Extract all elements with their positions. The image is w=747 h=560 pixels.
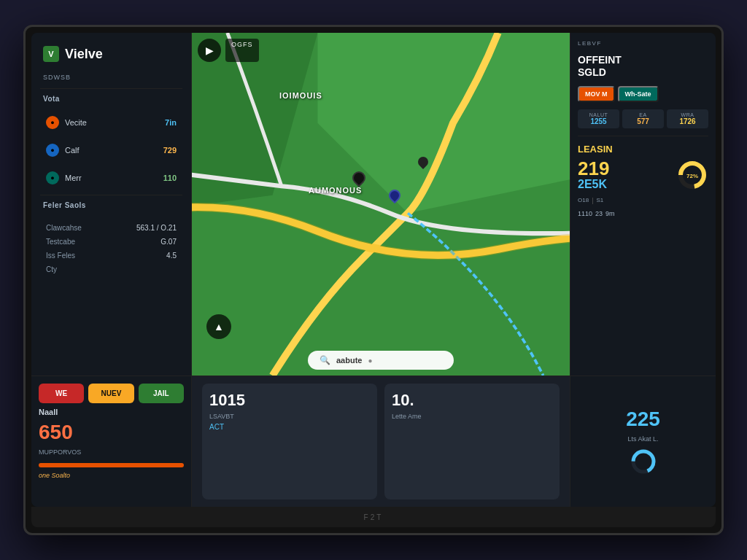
jail-button[interactable]: JAIL (139, 384, 184, 403)
leasing-sub-num: 2E5K (578, 178, 609, 191)
nav-arrow-button[interactable]: ▲ (206, 314, 231, 339)
bc-label-1: LSAVBT (209, 413, 370, 420)
row-sep: | (592, 197, 593, 204)
filter-item-1: Clawcahse 563.1 / O.21 (40, 221, 182, 235)
leasing-title: LEASIN (578, 144, 708, 155)
leasing-ring-chart: 72% (676, 159, 708, 191)
br-ring-icon (629, 447, 658, 476)
filter-label-3: Iss Feles (46, 252, 75, 260)
map-roads-svg (192, 33, 570, 376)
panel-main-title: OFFEINT SGLD (578, 54, 708, 79)
bottom-card-label: MUPPORVOS (39, 448, 184, 456)
merr-icon: ● (46, 171, 59, 184)
metrics-grid: NALUT 1255 EA 577 WRA 1726 (578, 109, 708, 128)
metric-value-0: 1255 (581, 117, 616, 125)
bottom-center-card-2: 10. Lette Ame (384, 384, 560, 499)
leasing-sub-1: O18 (578, 197, 589, 204)
action-buttons: WE NUEV JAIL (39, 384, 184, 403)
metric-value-1: 577 (625, 117, 661, 125)
map-pin-1[interactable] (352, 171, 365, 184)
merr-label: Merr (65, 174, 82, 182)
bottom-card-title: Naall (39, 408, 184, 416)
bottom-right-panel: 225 Lts Akat L. (570, 376, 716, 507)
right-panel: LEBVF OFFEINT SGLD MOV M Wh-Sate NALUT 1… (570, 33, 716, 376)
sidebar-item-vecite[interactable]: ● Vecite 7in (40, 112, 182, 133)
section1-header: Vota (40, 88, 182, 106)
bc-label-2: Lette Ame (392, 413, 552, 420)
calf-label: Calf (65, 146, 80, 155)
orange-progress-bar (39, 463, 184, 467)
bottom-left-panel: WE NUEV JAIL Naall 650 MUPPORVOS one Soa… (31, 376, 192, 507)
panel-divider (578, 136, 708, 136)
metric-ea: EA 577 (622, 109, 664, 128)
map-controls: ▶ OGFS (198, 39, 259, 62)
bottom-center-panel: 1015 LSAVBT ACT 10. Lette Ame (192, 376, 570, 507)
filter-value-3: 4.5 (166, 252, 177, 260)
bottom-stat-3: 9m (605, 210, 615, 217)
metric-nalut: NALUT 1255 (578, 109, 619, 128)
bottom-stats-row: 1110 23 9m (578, 210, 708, 217)
br-number: 225 (626, 408, 660, 431)
map-pin-3[interactable] (418, 157, 428, 167)
leasing-big-num: 219 (578, 159, 609, 178)
action-badges: MOV M Wh-Sate (578, 86, 708, 102)
center-map[interactable]: IOIMOUIS AUMONOUS ▶ OGFS ▲ (192, 33, 570, 376)
filter-label-2: Testcabe (46, 238, 75, 246)
map-background: IOIMOUIS AUMONOUS ▶ OGFS ▲ (192, 33, 570, 376)
bc-num-2: 10. (392, 391, 552, 410)
filter-item-2: Testcabe G.07 (40, 235, 182, 249)
screen: V Vielve SDWSB Vota ● Vecite 7in ● Calf … (31, 33, 716, 507)
monitor-stand: F2T (31, 507, 716, 527)
we-button[interactable]: WE (39, 384, 84, 403)
monitor-brand: F2T (364, 513, 384, 521)
map-search-sub: ● (368, 357, 372, 365)
panel-top-label: LEBVF (578, 40, 708, 50)
wh-sate-button[interactable]: Wh-Sate (618, 86, 659, 102)
sidebar-item-calf[interactable]: ● Calf 729 (40, 139, 182, 161)
play-button[interactable]: ▶ (198, 39, 221, 62)
merr-value: 110 (163, 174, 177, 182)
metric-label-0: NALUT (581, 112, 616, 117)
bottom-stat-1: 1110 (578, 210, 592, 217)
bc-sub-1: ACT (209, 423, 370, 431)
leasing-sub-2: S1 (596, 197, 603, 204)
left-sidebar: V Vielve SDWSB Vota ● Vecite 7in ● Calf … (31, 33, 192, 376)
nuev-button[interactable]: NUEV (88, 384, 133, 403)
app-title-text: Vielve (65, 47, 103, 62)
filter-section: Clawcahse 563.1 / O.21 Testcabe G.07 Iss… (40, 221, 182, 276)
filter-value-1: 563.1 / O.21 (136, 224, 177, 232)
br-label: Lts Akat L. (627, 435, 658, 443)
bottom-desc: one Soalto (39, 472, 184, 479)
map-search-text: aabute (336, 356, 362, 365)
bottom-stat-2: 23 (595, 210, 603, 217)
monitor-frame: V Vielve SDWSB Vota ● Vecite 7in ● Calf … (23, 25, 724, 535)
map-pin-2[interactable] (389, 190, 400, 201)
filter-label-4: Cty (46, 265, 57, 273)
svg-text:72%: 72% (686, 173, 698, 179)
metric-value-2: 1726 (670, 117, 705, 125)
place-label-2: AUMONOUS (309, 186, 362, 195)
sidebar-item-merr[interactable]: ● Merr 110 (40, 167, 182, 189)
filter-label-1: Clawcahse (46, 224, 82, 232)
metric-label-1: EA (625, 112, 661, 117)
place-label-1: IOIMOUIS (279, 91, 322, 100)
calf-icon: ● (46, 144, 59, 157)
filter-item-3: Iss Feles 4.5 (40, 249, 182, 262)
bottom-center-card-1: 1015 LSAVBT ACT (202, 384, 377, 499)
leasing-main-row: 219 2E5K 72% (578, 159, 708, 191)
vecite-label: Vecite (65, 118, 87, 127)
calf-value: 729 (163, 146, 177, 155)
metric-wra: WRA 1726 (667, 109, 708, 128)
mov-button[interactable]: MOV M (578, 86, 615, 102)
bc-num-1: 1015 (209, 391, 370, 410)
bottom-large-num: 650 (39, 421, 184, 444)
app-logo-icon: V (43, 46, 59, 62)
filter-item-4: Cty (40, 262, 182, 276)
leasing-bottom-row: O18 | S1 (578, 197, 708, 204)
sidebar-subtitle: SDWSB (40, 72, 182, 82)
vecite-icon: ● (46, 116, 59, 129)
filter-value-2: G.07 (160, 238, 177, 246)
app-title: V Vielve (40, 42, 182, 66)
map-search-icon: 🔍 (320, 355, 330, 365)
map-label-ogfs: OGFS (225, 39, 259, 62)
